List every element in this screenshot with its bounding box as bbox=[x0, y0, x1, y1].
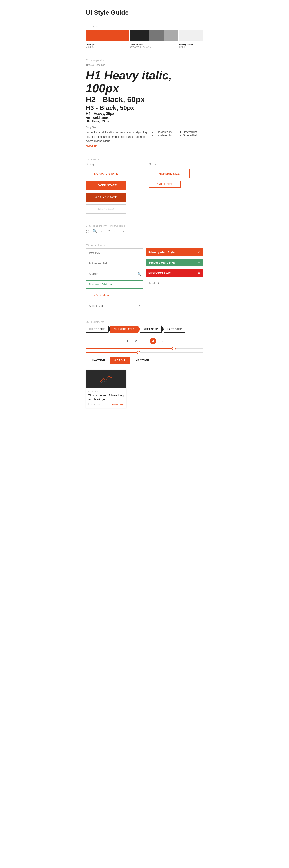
pagination-page-3[interactable]: 3 bbox=[141, 338, 148, 344]
ui-elements-section-label: 06. UI Elements bbox=[86, 321, 203, 323]
buttons-styling-label: Styling bbox=[86, 163, 140, 166]
page-title: UI Style Guide bbox=[86, 9, 203, 16]
search-wrap: 🔍 bbox=[86, 270, 143, 278]
buttons-sizes-label: Sizes bbox=[149, 163, 203, 166]
article-title: This is the max 3 lines long article wid… bbox=[88, 394, 124, 401]
slider-1-thumb[interactable] bbox=[172, 347, 176, 350]
search-input[interactable] bbox=[86, 270, 143, 278]
pagination-page-5[interactable]: 5 bbox=[158, 338, 165, 344]
primary-alert-icon: ⚠ bbox=[198, 251, 201, 254]
iconography-section-label: 04a. Iconography - LineAwesome bbox=[86, 225, 203, 227]
normal-size-button[interactable]: NORMAL SIZE bbox=[149, 169, 190, 179]
body-text-row: Lorem ipsum dolor sit amet, consectetur … bbox=[86, 130, 203, 148]
color-label-orange: Orange #e84c1e bbox=[86, 43, 129, 49]
pagination-page-4[interactable]: 4 bbox=[150, 338, 156, 344]
slider-1-fill bbox=[86, 348, 174, 349]
unordered-list-col: Unordered list Unordered list bbox=[152, 130, 173, 137]
chevron-down-icon: ⌄ bbox=[101, 229, 104, 233]
buttons-row: Styling NORMAL STATE HOVER STATE ACTIVE … bbox=[86, 163, 203, 214]
tab-inactive-1[interactable]: INACTIVE bbox=[86, 357, 110, 364]
active-state-button[interactable]: ACTIVE STATE bbox=[86, 192, 127, 202]
tab-active[interactable]: ACTIVE bbox=[110, 357, 130, 364]
error-validation-input[interactable] bbox=[86, 291, 143, 299]
error-alert-label: Error Alert Style bbox=[148, 271, 171, 274]
pagination-row: ← 1 2 3 4 5 → bbox=[86, 338, 203, 344]
textarea-field[interactable] bbox=[146, 279, 203, 310]
h2-demo: H2 - Black, 60px bbox=[86, 95, 203, 104]
ordered-list-col: Ordered list Ordered list bbox=[179, 130, 197, 137]
h4-demo: H4 - Heavy, 25px bbox=[86, 112, 203, 116]
search-icon: 🔍 bbox=[137, 272, 141, 276]
color-swatch-text bbox=[130, 30, 178, 41]
arrow-right-icon: → bbox=[121, 229, 124, 233]
typography-sub-label: Titles & Headings bbox=[86, 64, 203, 66]
typography-section: 02. Typography Titles & Headings H1 Heav… bbox=[86, 59, 203, 148]
success-validation-input[interactable] bbox=[86, 280, 143, 289]
article-footer: by John Doe 40,056 views bbox=[88, 403, 124, 405]
unordered-list-item: Unordered list bbox=[155, 130, 173, 134]
slider-2-thumb[interactable] bbox=[137, 351, 140, 354]
colors-section: 01. Colors Orange #e84c1e Text colors #2… bbox=[86, 25, 203, 49]
pagination-next[interactable]: → bbox=[167, 339, 170, 343]
form-left-col: 🔍 Select Box Option 1 Option 2 ▼ bbox=[86, 248, 143, 310]
article-card[interactable]: 6 July 2021 This is the max 3 lines long… bbox=[86, 370, 127, 408]
circle-icon: ◎ bbox=[86, 229, 89, 233]
steps-container: FIRST STEP CURRENT STEP NEXT STEP LAST S… bbox=[86, 325, 203, 333]
color-labels-row: Orange #e84c1e Text colors #222222, #777… bbox=[86, 43, 203, 49]
color-label-bg: Background #f5f5f5 bbox=[179, 43, 203, 49]
article-body: 6 July 2021 This is the max 3 lines long… bbox=[86, 388, 126, 408]
text-field-input[interactable] bbox=[86, 248, 143, 257]
ui-elements-section: 06. UI Elements FIRST STEP CURRENT STEP … bbox=[86, 321, 203, 408]
pagination-page-2[interactable]: 2 bbox=[133, 338, 139, 344]
buttons-section: 03. Buttons Styling NORMAL STATE HOVER S… bbox=[86, 158, 203, 214]
chevron-up-icon: ⌃ bbox=[107, 229, 110, 233]
h3-demo: H3 - Black, 50px bbox=[86, 104, 203, 112]
disabled-button: DISABLED bbox=[86, 204, 127, 214]
error-alert-icon: ⚠ bbox=[198, 271, 201, 274]
search-icon: 🔍 bbox=[93, 229, 97, 233]
select-box[interactable]: Select Box Option 1 Option 2 bbox=[86, 302, 143, 310]
tab-inactive-2[interactable]: INACTIVE bbox=[130, 357, 153, 364]
success-alert-label: Success Alert Style bbox=[148, 261, 175, 264]
pagination-prev[interactable]: ← bbox=[119, 339, 122, 343]
h1-demo: H1 Heavy italic, 100px bbox=[86, 69, 203, 95]
form-right-col: Primary Alert Style ⚠ Success Alert Styl… bbox=[146, 248, 203, 310]
buttons-section-label: 03. Buttons bbox=[86, 158, 203, 161]
unordered-list-item: Unordered list bbox=[155, 134, 173, 137]
success-alert-icon: ✓ bbox=[198, 261, 201, 264]
form-elements-section: 05. Form Elements 🔍 Select Box Option 1 … bbox=[86, 244, 203, 310]
select-box-wrap: Select Box Option 1 Option 2 ▼ bbox=[86, 302, 143, 310]
slider-2-wrap bbox=[86, 352, 203, 353]
slider-2-fill bbox=[86, 352, 139, 353]
pagination-page-1[interactable]: 1 bbox=[124, 338, 131, 344]
primary-alert-label: Primary Alert Style bbox=[148, 251, 175, 254]
h6-demo: H6 - Heavy, 22px bbox=[86, 119, 203, 123]
primary-alert: Primary Alert Style ⚠ bbox=[146, 248, 203, 256]
error-alert: Error Alert Style ⚠ bbox=[146, 269, 203, 277]
article-author: by John Doe bbox=[88, 403, 100, 405]
active-text-field-input[interactable] bbox=[86, 259, 143, 268]
color-swatches-row bbox=[86, 30, 203, 41]
form-grid: 🔍 Select Box Option 1 Option 2 ▼ Primary… bbox=[86, 248, 203, 310]
color-swatch-bg bbox=[179, 30, 203, 41]
small-size-button[interactable]: SMALL SIZE bbox=[149, 181, 181, 188]
step-first[interactable]: FIRST STEP bbox=[86, 326, 108, 333]
step-last[interactable]: LAST STEP bbox=[164, 326, 185, 333]
ordered-list-item: Ordered list bbox=[183, 130, 197, 134]
success-alert: Success Alert Style ✓ bbox=[146, 258, 203, 267]
icons-row: ◎ 🔍 ⌄ ⌃ ← → bbox=[86, 229, 203, 233]
step-next[interactable]: NEXT STEP bbox=[140, 326, 162, 333]
tabs-row: INACTIVE ACTIVE INACTIVE bbox=[86, 357, 154, 365]
article-date: 6 July 2021 bbox=[88, 391, 124, 393]
iconography-section: 04a. Iconography - LineAwesome ◎ 🔍 ⌄ ⌃ ←… bbox=[86, 225, 203, 233]
buttons-styling-col: Styling NORMAL STATE HOVER STATE ACTIVE … bbox=[86, 163, 140, 214]
hover-state-button[interactable]: HOVER STATE bbox=[86, 181, 127, 190]
hyperlink[interactable]: Hyperlink bbox=[86, 144, 97, 147]
color-label-text: Text colors #222222, #777, #7f5 bbox=[130, 43, 178, 49]
step-current[interactable]: CURRENT STEP bbox=[110, 326, 138, 333]
body-text-label: Body Text bbox=[86, 126, 203, 129]
form-section-label: 05. Form Elements bbox=[86, 244, 203, 247]
normal-state-button[interactable]: NORMAL STATE bbox=[86, 169, 127, 179]
slider-2-track bbox=[86, 352, 203, 353]
lists-area: Unordered list Unordered list Ordered li… bbox=[152, 130, 203, 137]
